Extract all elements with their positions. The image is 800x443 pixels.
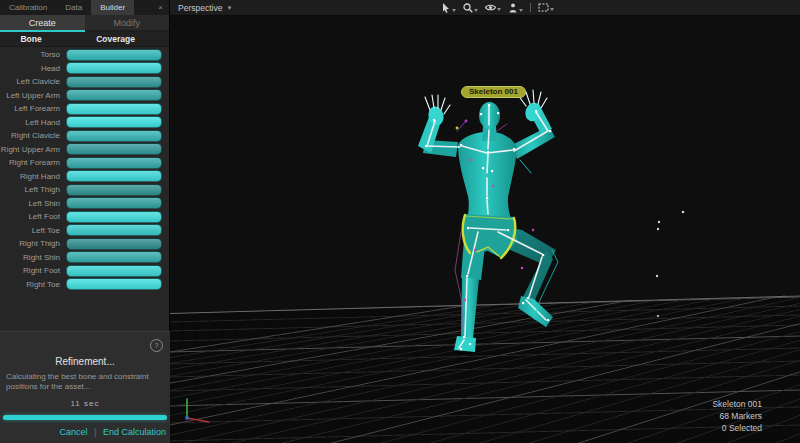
bone-column-header: Bone [0, 34, 62, 44]
bone-name-label: Right Upper Arm [0, 145, 66, 154]
tab-builder[interactable]: Builder [91, 0, 134, 15]
bone-coverage-bar [66, 103, 162, 115]
bone-row: Right Thigh [0, 237, 169, 251]
bone-row: Right Toe [0, 278, 169, 292]
bone-row: Right Hand [0, 170, 169, 184]
view-selector[interactable]: Perspective ▼ [170, 3, 232, 13]
bone-name-label: Left Shin [0, 199, 66, 208]
bone-name-label: Left Upper Arm [0, 91, 66, 100]
pane-tabbar: Calibration Data Builder × [0, 0, 169, 15]
tab-calibration[interactable]: Calibration [0, 0, 56, 15]
bone-coverage-bar [66, 130, 162, 142]
bone-row: Left Toe [0, 224, 169, 238]
bone-coverage-bar [66, 49, 162, 61]
select-tool-icon[interactable] [442, 3, 456, 13]
bone-row: Right Clavicle [0, 129, 169, 143]
bone-row: Right Upper Arm [0, 143, 169, 157]
bone-name-label: Right Hand [0, 172, 66, 181]
bone-name-label: Torso [0, 50, 66, 59]
bone-row: Right Foot [0, 264, 169, 278]
bone-name-label: Right Forearm [0, 158, 66, 167]
selection-status: Skeleton 001 68 Markers 0 Selected [712, 398, 762, 434]
bone-coverage-bar [66, 62, 162, 74]
refinement-actions: Cancel | End Calculation [0, 427, 170, 437]
tab-data[interactable]: Data [56, 0, 91, 15]
builder-mode-tabs: Create Modify [0, 15, 169, 32]
bone-name-label: Left Toe [0, 226, 66, 235]
cancel-button[interactable]: Cancel [60, 427, 88, 437]
bone-row: Right Shin [0, 251, 169, 265]
bone-name-label: Right Thigh [0, 239, 66, 248]
refinement-description: Calculating the best bone and constraint… [6, 372, 164, 393]
bone-coverage-bar [66, 76, 162, 88]
bone-name-label: Right Toe [0, 280, 66, 289]
bone-name-label: Left Hand [0, 118, 66, 127]
bone-name-label: Right Clavicle [0, 131, 66, 140]
bone-name-label: Left Clavicle [0, 77, 66, 86]
bone-row: Left Upper Arm [0, 89, 169, 103]
bone-coverage-bar [66, 143, 162, 155]
bone-coverage-bar [66, 265, 162, 277]
motive-builder-window: Calibration Data Builder × Create Modify… [0, 0, 800, 443]
end-calculation-button[interactable]: End Calculation [103, 427, 166, 437]
tab-modify[interactable]: Modify [85, 15, 170, 32]
pan-tool-icon[interactable] [508, 3, 523, 13]
orbit-tool-icon[interactable] [485, 3, 501, 12]
toolbar-divider [530, 3, 531, 12]
bone-row: Right Forearm [0, 156, 169, 170]
bone-coverage-bar [66, 238, 162, 250]
button-divider: | [94, 427, 96, 437]
bone-name-label: Right Foot [0, 266, 66, 275]
status-selected-count: 0 Selected [712, 422, 762, 434]
tab-create[interactable]: Create [0, 15, 85, 32]
bone-coverage-bar [66, 184, 162, 196]
bone-name-label: Head [0, 64, 66, 73]
bone-coverage-bar [66, 278, 162, 290]
bone-name-label: Left Thigh [0, 185, 66, 194]
bone-row: Left Hand [0, 116, 169, 130]
bone-row: Left Clavicle [0, 75, 169, 89]
bone-row: Left Forearm [0, 102, 169, 116]
bone-row: Head [0, 62, 169, 76]
coverage-column-header: Coverage [62, 34, 169, 44]
bone-coverage-bar [66, 224, 162, 236]
help-icon[interactable]: ? [150, 339, 163, 352]
elapsed-time: 11 sec [0, 399, 170, 408]
close-icon[interactable]: × [152, 0, 169, 15]
bone-coverage-bar [66, 89, 162, 101]
builder-sidebar: Calibration Data Builder × Create Modify… [0, 0, 170, 443]
bone-name-label: Left Foot [0, 212, 66, 221]
bone-coverage-bar [66, 211, 162, 223]
bone-row: Left Foot [0, 210, 169, 224]
refinement-title: Refinement... [0, 356, 170, 367]
bone-coverage-bar [66, 197, 162, 209]
chevron-down-icon: ▼ [226, 5, 232, 11]
bone-row: Left Thigh [0, 183, 169, 197]
bone-name-label: Left Forearm [0, 104, 66, 113]
status-skeleton-name: Skeleton 001 [712, 398, 762, 410]
bone-coverage-bar [66, 170, 162, 182]
bone-table-header: Bone Coverage [0, 32, 169, 47]
bone-row: Left Shin [0, 197, 169, 211]
refinement-panel: ? Refinement... Calculating the best bon… [0, 331, 170, 443]
zoom-tool-icon[interactable] [463, 3, 478, 13]
refinement-progress-bar [3, 415, 167, 420]
bone-coverage-bar [66, 251, 162, 263]
view-selector-label: Perspective [178, 3, 222, 13]
bone-row: Torso [0, 48, 169, 62]
status-marker-count: 68 Markers [712, 410, 762, 422]
viewport-toolbar [442, 0, 554, 15]
marquee-select-tool-icon[interactable] [538, 3, 554, 12]
viewport-canvas[interactable] [170, 0, 800, 443]
bone-coverage-bar [66, 116, 162, 128]
bone-coverage-bar [66, 157, 162, 169]
bone-coverage-list: Torso Head Left Clavicle Left Upper Arm … [0, 47, 169, 291]
3d-viewport[interactable]: Perspective ▼ [170, 0, 800, 443]
skeleton-name-label[interactable]: Skeleton 001 [461, 86, 526, 98]
bone-name-label: Right Shin [0, 253, 66, 262]
